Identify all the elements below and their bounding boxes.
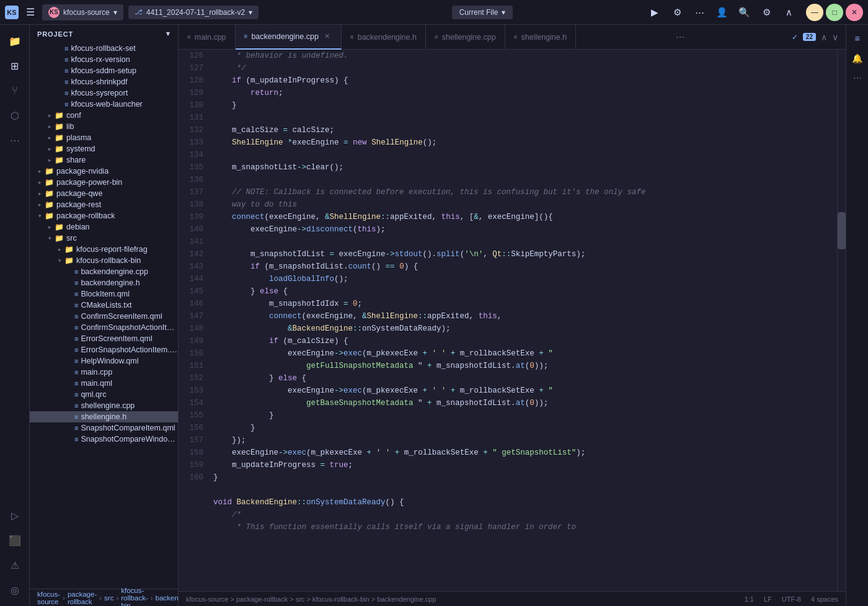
tree-item-plasma[interactable]: ▸📁plasma [30, 132, 178, 143]
tab-shellengine-h[interactable]: ≡ shellengine.h [505, 25, 577, 50]
activity-account[interactable]: ◎ [4, 579, 26, 601]
editor-scrollbar[interactable] [837, 50, 846, 591]
tree-item-kfocus-sddm-setup[interactable]: ≡kfocus-sddm-setup [30, 65, 178, 76]
activity-source-control[interactable]: ⑂ [4, 79, 26, 102]
project-badge[interactable]: KS kfocus-source ▾ [42, 4, 123, 20]
status-breadcrumb[interactable]: kfocus-source > package-rollback > src >… [186, 595, 436, 603]
tree-item-BlockItem-qml[interactable]: ≡BlockItem.qml [30, 288, 178, 300]
tree-item-package-qwe[interactable]: ▸📁package-qwe [30, 188, 178, 199]
tree-item-systemd[interactable]: ▸📁systemd [30, 143, 178, 154]
more-button[interactable]: ⋯ [689, 2, 709, 22]
tree-item-kfocus-sysreport[interactable]: ≡kfocus-sysreport [30, 87, 178, 99]
tree-item-kfocus-shrinkpdf[interactable]: ≡kfocus-shrinkpdf [30, 76, 178, 87]
tabs-overflow[interactable]: ⋯ [671, 32, 689, 42]
tree-item-ErrorScreenItem-qml[interactable]: ≡ErrorScreenItem.qml [30, 333, 178, 344]
tree-item-kfocus-report-filefrag[interactable]: ▸📁kfocus-report-filefrag [30, 244, 178, 255]
chevron-icon: ▸ [45, 123, 55, 130]
sidebar: Project ▾ ≡kfocus-rollback-set≡kfocus-rx… [30, 25, 179, 606]
activity-terminal[interactable]: ⬛ [4, 529, 26, 551]
folder-icon: 📁 [55, 111, 64, 120]
tab-shellengine-cpp[interactable]: ≡ shellengine.cpp [426, 25, 505, 50]
tree-item-package-rollback[interactable]: ▾📁package-rollback [30, 210, 178, 221]
tree-item-main-qml[interactable]: ≡main.qml [30, 378, 178, 389]
tree-item-shellengine-h[interactable]: ≡shellengine.h [30, 411, 178, 422]
tree-item-share[interactable]: ▸📁share [30, 154, 178, 166]
line-number: 150 [186, 347, 203, 360]
tab-icon-shellengine-cpp: ≡ [435, 33, 438, 40]
tree-item-CMakeLists-txt[interactable]: ≡CMakeLists.txt [30, 300, 178, 311]
status-indent[interactable]: 4 spaces [811, 595, 838, 603]
scrollbar-thumb[interactable] [838, 212, 846, 249]
right-panel-notifications[interactable]: 🔔 [849, 50, 866, 67]
tree-item-kfocus-rollback-set[interactable]: ≡kfocus-rollback-set [30, 43, 178, 54]
breadcrumb-part-2[interactable]: package-rollback [68, 590, 97, 605]
tree-item-label: shellengine.cpp [81, 401, 178, 410]
breadcrumb-part-3[interactable]: src [104, 594, 113, 602]
tree-item-ConfirmScreenItem-qml[interactable]: ≡ConfirmScreenItem.qml [30, 311, 178, 322]
scroll-down-icon[interactable]: ∨ [832, 32, 838, 42]
user-button[interactable]: 👤 [712, 2, 732, 22]
scroll-up-icon[interactable]: ∧ [821, 32, 827, 42]
hamburger-menu[interactable]: ☰ [24, 4, 37, 20]
tab-backendengine-h[interactable]: ≡ backendengine.h [342, 25, 426, 50]
status-encoding[interactable]: UTF-8 [782, 595, 801, 603]
minimize-button[interactable]: — [806, 4, 823, 21]
tree-item-SnapshotCompareItem-qml[interactable]: ≡SnapshotCompareItem.qml [30, 422, 178, 434]
search-button[interactable]: 🔍 [734, 2, 754, 22]
maximize-button[interactable]: □ [826, 4, 843, 21]
tree-item-package-rest[interactable]: ▸📁package-rest [30, 199, 178, 210]
tree-item-package-nvidia[interactable]: ▸📁package-nvidia [30, 166, 178, 177]
branch-selector[interactable]: ⎇ 4411_2024-07-11_rollback-v2 ▾ [128, 6, 259, 19]
settings-button[interactable]: ⚙ [756, 2, 776, 22]
right-panel-more[interactable]: ⋯ [849, 69, 866, 87]
titlebar-left: KS ☰ KS kfocus-source ▾ ⎇ 4411_2024-07-1… [5, 4, 320, 20]
tree-item-kfocus-rollback-bin[interactable]: ▾📁kfocus-rollback-bin [30, 255, 178, 266]
code-line: } [213, 422, 837, 434]
tree-item-label: conf [66, 111, 178, 120]
tree-item-debian[interactable]: ▸📁debian [30, 221, 178, 233]
breadcrumb-part-5[interactable]: backendengine.cpp [156, 594, 179, 602]
breadcrumb-sep-2: › [99, 594, 102, 602]
activity-file-explorer[interactable]: 📁 [4, 30, 26, 52]
tree-item-qml-qrc[interactable]: ≡qml.qrc [30, 389, 178, 400]
close-tab-backendengine-cpp[interactable]: ✕ [322, 32, 332, 42]
file-icon: ≡ [64, 89, 68, 97]
close-button[interactable]: ✕ [846, 4, 863, 21]
breadcrumb-part-1[interactable]: kfocus-source [37, 590, 60, 605]
tree-item-HelpWindow-qml[interactable]: ≡HelpWindow.qml [30, 355, 178, 367]
tab-backendengine-cpp[interactable]: ≡ backendengine.cpp ✕ [236, 25, 342, 50]
status-line-ending[interactable]: LF [764, 595, 772, 603]
tree-item-backendengine-cpp[interactable]: ≡backendengine.cpp [30, 266, 178, 277]
tree-item-backendengine-h[interactable]: ≡backendengine.h [30, 277, 178, 288]
status-position[interactable]: 1:1 [745, 595, 754, 603]
run-button[interactable]: ▶ [645, 2, 665, 22]
tree-item-kfocus-rx-version[interactable]: ≡kfocus-rx-version [30, 54, 178, 65]
breadcrumb-part-4[interactable]: kfocus-rollback-bin [121, 587, 148, 607]
tree-item-conf[interactable]: ▸📁conf [30, 110, 178, 121]
chevron-up[interactable]: ∧ [779, 2, 799, 22]
activity-search[interactable]: ⊞ [4, 55, 26, 77]
tree-item-SnapshotCompareWindow-qml[interactable]: ≡SnapshotCompareWindow.qml [30, 434, 178, 445]
tree-item-src[interactable]: ▾📁src [30, 233, 178, 244]
activity-extensions[interactable]: ⬡ [4, 104, 26, 127]
tree-item-lib[interactable]: ▸📁lib [30, 121, 178, 132]
right-panel-outline[interactable]: ≡ [849, 30, 866, 47]
tree-item-kfocus-web-launcher[interactable]: ≡kfocus-web-launcher [30, 99, 178, 110]
breadcrumb-sep-1: › [63, 594, 65, 602]
current-file-button[interactable]: Current File ▾ [452, 6, 513, 19]
code-content[interactable]: * behavior is undefined. */ if (m_update… [208, 50, 837, 591]
tab-main-cpp[interactable]: ≡ main.cpp [179, 25, 236, 50]
activity-debug[interactable]: ▷ [4, 504, 26, 527]
line-number: 160 [186, 471, 203, 484]
tree-item-package-power-bin[interactable]: ▸📁package-power-bin [30, 177, 178, 188]
tree-item-shellengine-cpp[interactable]: ≡shellengine.cpp [30, 400, 178, 411]
tree-item-main-cpp[interactable]: ≡main.cpp [30, 367, 178, 378]
debug-button[interactable]: ⚙ [667, 2, 687, 22]
activity-more[interactable]: ⋯ [4, 129, 26, 151]
code-line: } [213, 471, 837, 484]
activity-notifications[interactable]: ⚠ [4, 554, 26, 576]
sidebar-content[interactable]: ≡kfocus-rollback-set≡kfocus-rx-version≡k… [30, 43, 178, 589]
folder-icon: 📁 [45, 212, 54, 220]
tree-item-ErrorSnapshotActionItem-qml[interactable]: ≡ErrorSnapshotActionItem.qml [30, 344, 178, 355]
tree-item-ConfirmSnapshotActionItem-qml[interactable]: ≡ConfirmSnapshotActionItem.qml [30, 322, 178, 333]
